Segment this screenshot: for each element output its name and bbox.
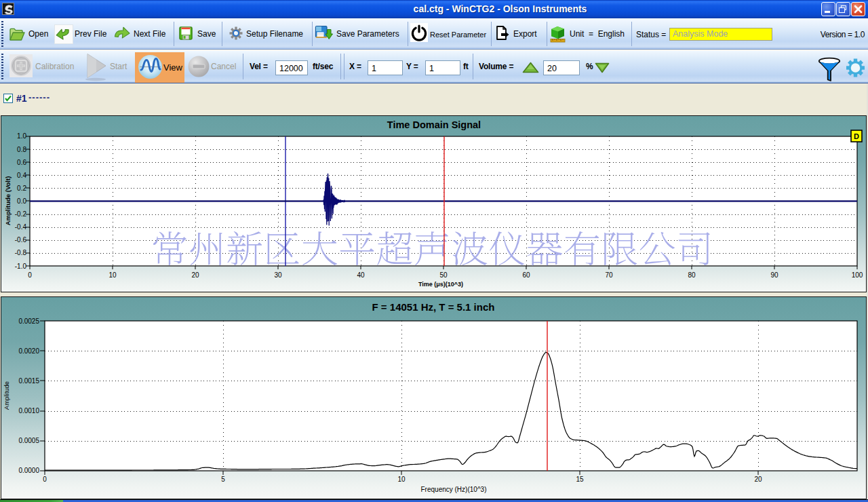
svg-text:0.0000: 0.0000 [18,467,39,474]
svg-text:-1.0: -1.0 [15,263,27,270]
svg-text:0.6: 0.6 [17,159,26,166]
svg-text:20: 20 [754,476,762,483]
svg-text:70: 70 [605,271,613,279]
svg-text:Amplitude: Amplitude [3,381,10,410]
svg-text:0.0025: 0.0025 [18,317,39,325]
svg-text:Time (μs)(10^3): Time (μs)(10^3) [418,281,463,288]
svg-text:30: 30 [274,271,282,279]
svg-text:50: 50 [439,271,448,279]
svg-text:40: 40 [357,271,365,279]
svg-text:100: 100 [852,271,863,279]
svg-text:0: 0 [43,476,47,483]
svg-text:0.8: 0.8 [17,146,26,153]
svg-text:15: 15 [576,476,584,483]
svg-text:F = 14051 Hz, T = 5.1 inch: F = 14051 Hz, T = 5.1 inch [372,301,495,313]
svg-text:0: 0 [28,271,32,279]
svg-text:-0.8: -0.8 [15,249,27,256]
svg-text:0.0010: 0.0010 [18,407,39,414]
svg-text:Amplitude (Volt): Amplitude (Volt) [4,176,12,226]
svg-text:0.0005: 0.0005 [18,437,39,444]
svg-text:D: D [854,132,859,140]
svg-text:-0.6: -0.6 [15,236,27,244]
svg-text:5: 5 [221,476,225,483]
svg-text:20: 20 [191,271,199,279]
svg-text:Time Domain Signal: Time Domain Signal [387,119,481,130]
svg-text:60: 60 [522,271,530,279]
svg-text:90: 90 [770,271,778,279]
svg-text:0.2: 0.2 [17,185,26,192]
svg-text:10: 10 [108,271,117,279]
svg-text:0.4: 0.4 [17,172,26,179]
svg-text:0.0015: 0.0015 [18,377,39,385]
svg-text:-0.2: -0.2 [15,210,27,218]
svg-text:80: 80 [688,271,696,279]
svg-text:1.0: 1.0 [17,132,26,140]
svg-text:-0.4: -0.4 [15,223,27,231]
svg-text:Frequency (Hz)(10^3): Frequency (Hz)(10^3) [421,486,487,493]
svg-text:10: 10 [397,476,406,483]
svg-text:0.0020: 0.0020 [18,347,39,355]
svg-text:0.0: 0.0 [17,197,26,205]
